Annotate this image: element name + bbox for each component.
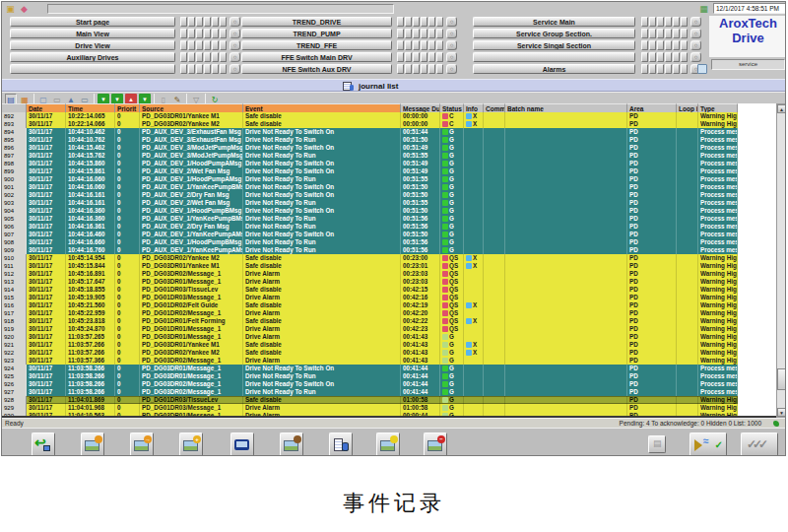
print-icon[interactable]: ▭: [79, 94, 91, 104]
nav-mini-button[interactable]: [405, 40, 412, 50]
nav-mini-button[interactable]: [641, 52, 648, 62]
journal-row[interactable]: 89630/11/1710:44:15.4620PD_AUX_DEV_3/Mod…: [2, 144, 738, 152]
nav-mini-button[interactable]: [204, 52, 211, 62]
overview-screen-button[interactable]: [81, 432, 104, 456]
nav-mini-button[interactable]: [641, 64, 648, 74]
nav-mini-button[interactable]: [413, 17, 420, 27]
nav-mini-button[interactable]: [428, 52, 435, 62]
nav-mini-button[interactable]: [649, 40, 656, 50]
nav-alarms-button[interactable]: Alarms: [473, 64, 635, 74]
journal-row[interactable]: 92130/11/1711:03:57.2660PD_DG03DR01/Yank…: [2, 341, 738, 349]
journal-row[interactable]: 89930/11/1710:44:15.8610PD_AUX_DEV_2/Wet…: [2, 167, 738, 175]
export-button[interactable]: ▤: [648, 435, 666, 453]
nav-mini-button[interactable]: [673, 17, 680, 27]
nav-drive-view-button[interactable]: Drive View: [10, 40, 175, 50]
nav-mini-button[interactable]: [673, 52, 680, 62]
nav-mini-button[interactable]: [421, 64, 427, 74]
nav-start-page-button[interactable]: Start page: [10, 17, 175, 27]
nav-mini-button[interactable]: [212, 52, 219, 62]
journal-row[interactable]: 91230/11/1710:45:16.8910PD_DG03DR02/Mess…: [2, 270, 738, 278]
nav-mini-button[interactable]: [397, 29, 404, 38]
nav-mini-button[interactable]: [421, 29, 427, 38]
nav-mini-button[interactable]: [665, 40, 672, 50]
nav-mini-button[interactable]: [641, 17, 648, 27]
nav-mini-button[interactable]: [212, 17, 219, 27]
journal-row[interactable]: 91430/11/1710:45:18.8550PD_DG01DR03/Tiss…: [2, 286, 738, 294]
journal-row[interactable]: 92230/11/1711:03:57.2660PD_DG03DR02/Yank…: [2, 349, 738, 357]
nav-mini-button[interactable]: [413, 40, 420, 50]
nav-ffe-switch-main-drv-button[interactable]: FFE Switch Main DRV: [241, 52, 392, 62]
nav-mini-button[interactable]: [180, 29, 187, 38]
nav-mini-button[interactable]: [413, 52, 420, 62]
nav-mini-button[interactable]: [641, 40, 648, 50]
nav-mini-button[interactable]: [665, 29, 672, 38]
journal-row[interactable]: 92330/11/1711:03:57.3660PD_DG03DR02/Mess…: [2, 357, 738, 365]
back-button[interactable]: ↩: [32, 432, 55, 456]
edit-icon[interactable]: ✎: [171, 94, 183, 104]
scroll-up-icon[interactable]: ▲: [777, 104, 786, 113]
nav-mini-button[interactable]: [681, 52, 688, 62]
nav-mini-button[interactable]: [649, 64, 656, 74]
nav-mini-button[interactable]: [649, 52, 656, 62]
nav-mini-button[interactable]: [212, 29, 219, 38]
nav-mini-button[interactable]: [397, 40, 404, 50]
nav-mini-button[interactable]: [657, 64, 664, 74]
journal-row[interactable]: 90930/11/1710:44:16.7600PD_AUX_DEV_1/Yan…: [2, 246, 738, 254]
nav-mini-button[interactable]: [421, 52, 427, 62]
nav-go-button[interactable]: ○: [230, 29, 240, 38]
nav-mini-button[interactable]: [188, 29, 195, 38]
journal-row[interactable]: 92530/11/1711:03:58.2660PD_DG03DR01/Mess…: [2, 372, 738, 380]
screen-info-button[interactable]: [376, 432, 400, 456]
scroll-down-icon[interactable]: ▼: [777, 408, 786, 417]
nav-mini-button[interactable]: [188, 52, 195, 62]
nav-mini-button[interactable]: [405, 64, 412, 74]
nav-go-button[interactable]: ○: [690, 40, 701, 50]
nav-mini-button[interactable]: [641, 29, 648, 38]
journal-row[interactable]: 90530/11/1710:44:16.3600PD_AUX_DEV_1/Yan…: [2, 215, 738, 223]
journal-row[interactable]: 91930/11/1710:45:24.8700PD_DG01DR01/Mess…: [2, 325, 738, 333]
nav-mini-button[interactable]: [397, 52, 404, 62]
journal-row[interactable]: 91530/11/1710:45:19.9050PD_DG01DR03/Mess…: [2, 294, 738, 301]
nav-service-group-section-button[interactable]: Service Group Section.: [473, 29, 635, 38]
nav-mini-button[interactable]: [436, 40, 443, 50]
nav-mini-button[interactable]: [220, 17, 227, 27]
vertical-scrollbar[interactable]: ▲ ▼: [776, 103, 786, 418]
nav-mini-button[interactable]: [665, 17, 672, 27]
print-preview-icon[interactable]: ▭: [51, 94, 63, 104]
nav-go-button[interactable]: ○: [690, 17, 701, 27]
journal-row[interactable]: 90630/11/1710:44:16.3610PD_AUX_DEV_2/Dry…: [2, 223, 738, 231]
nav-go-button[interactable]: ○: [446, 64, 457, 74]
nav-trend-drive-button[interactable]: TREND_DRIVE: [241, 17, 392, 27]
window-icon[interactable]: ▣: [5, 4, 16, 14]
nav-mini-button[interactable]: [405, 52, 412, 62]
journal-row[interactable]: 90130/11/1710:44:16.0600PD_AUX_DEV_1/Yan…: [2, 183, 738, 191]
nav-mini-button[interactable]: [204, 64, 211, 74]
nav-mini-button[interactable]: [681, 29, 688, 38]
nav-mini-button[interactable]: [180, 64, 187, 74]
nav-mini-button[interactable]: [681, 17, 688, 27]
nav-mini-button[interactable]: [436, 64, 443, 74]
journal-row[interactable]: 91730/11/1710:45:22.9590PD_DG01DR02/Mess…: [2, 309, 738, 317]
nav-mini-button[interactable]: [180, 17, 187, 27]
journal-row[interactable]: 92430/11/1711:03:58.2660PD_DG03DR01/Mess…: [2, 365, 738, 372]
nav-mini-button[interactable]: [681, 64, 688, 74]
nav-mini-button[interactable]: [188, 40, 195, 50]
statistics-icon[interactable]: ▦: [19, 94, 31, 104]
nav-mini-button[interactable]: [436, 29, 443, 38]
exit-icon[interactable]: ◆: [19, 4, 30, 14]
nav-mini-button[interactable]: [397, 17, 404, 27]
journal-row[interactable]: 91130/11/1710:45:15.8440PD_DG03DR01/Yank…: [2, 262, 738, 270]
nav-mini-button[interactable]: [428, 64, 435, 74]
journal-row[interactable]: 90430/11/1710:44:16.3600PD_AUX_DEV_1/Hoo…: [2, 207, 738, 215]
nav-mini-button[interactable]: [657, 29, 664, 38]
nav-mini-button[interactable]: [212, 40, 219, 50]
nav-mini-button[interactable]: [428, 29, 435, 38]
nav-go-button[interactable]: ○: [230, 64, 240, 74]
journal-row[interactable]: 90030/11/1710:44:16.0600PD_AUX_DEV_1/Hoo…: [2, 175, 738, 183]
nav-mini-button[interactable]: [180, 40, 187, 50]
nav-trend-ffe-button[interactable]: TREND_FFE: [241, 40, 392, 50]
journal-row[interactable]: 92730/11/1711:03:58.2660PD_DG03DR02/Mess…: [2, 388, 738, 396]
nav-mini-button[interactable]: [220, 29, 227, 38]
nav-go-button[interactable]: ○: [230, 52, 240, 62]
acknowledge-all-button[interactable]: ✓✓✓: [741, 432, 778, 456]
